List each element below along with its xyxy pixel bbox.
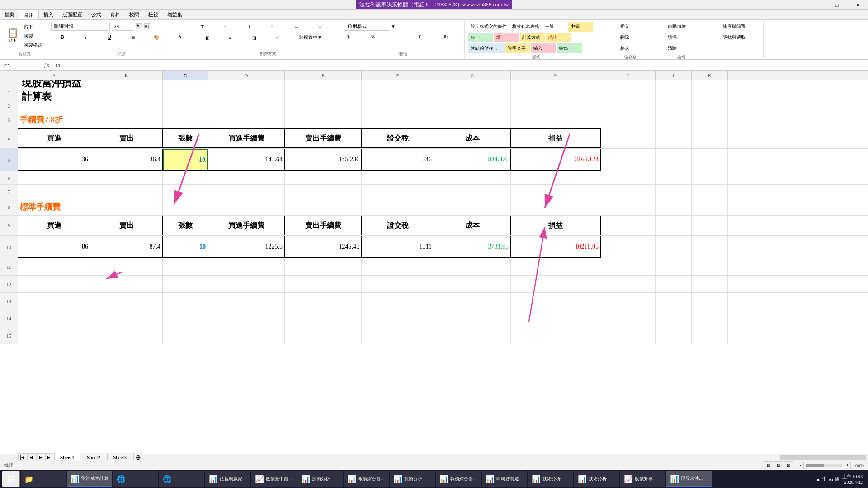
cell-c10[interactable]: 10 xyxy=(163,236,208,258)
cell-f3[interactable] xyxy=(362,111,434,128)
col-header-g[interactable]: G xyxy=(434,71,511,80)
cell-h11[interactable] xyxy=(511,258,601,275)
style-input-button[interactable]: 輸入 xyxy=(531,43,556,53)
cell-b9[interactable]: 賣出 xyxy=(90,216,163,235)
indent-increase-button[interactable]: → xyxy=(316,22,338,32)
cell-i8[interactable] xyxy=(601,198,656,215)
tab-view[interactable]: 檢視 xyxy=(144,10,163,19)
italic-button[interactable]: I xyxy=(75,32,97,42)
row-num-4[interactable]: 4 xyxy=(0,128,18,148)
taskbar-tech4[interactable]: 📊 技術分析 xyxy=(574,471,619,487)
cell-f1[interactable] xyxy=(362,80,434,100)
cell-g1[interactable] xyxy=(434,80,511,100)
cell-f2[interactable] xyxy=(362,100,434,111)
cell-e7[interactable] xyxy=(285,185,362,198)
cell-h9[interactable]: 損益 xyxy=(511,216,601,235)
linked-styles-button[interactable]: 連結的儲存... xyxy=(468,43,505,53)
cut-button[interactable]: 剪下 xyxy=(22,23,44,31)
cell-c8[interactable] xyxy=(163,198,208,215)
cell-i5[interactable] xyxy=(601,149,656,171)
cell-e12[interactable] xyxy=(285,276,362,292)
sheet-tab-1[interactable]: Sheet1 xyxy=(54,453,80,460)
cell-k8[interactable] xyxy=(692,198,728,215)
fill-button[interactable]: 填滿 xyxy=(665,33,697,42)
row-num-11[interactable]: 11 xyxy=(0,258,18,275)
cell-h1[interactable] xyxy=(511,80,601,100)
indent-decrease-button[interactable]: ← xyxy=(292,22,315,32)
style-calcmode-button[interactable]: 計算方式 xyxy=(520,33,545,42)
cell-g7[interactable] xyxy=(434,185,511,198)
cell-b1[interactable] xyxy=(90,80,163,100)
clear-button[interactable]: 清除 xyxy=(665,43,697,53)
cell-k9[interactable] xyxy=(692,216,728,235)
find-button[interactable]: 尋找與選取 xyxy=(721,33,752,42)
cell-f13[interactable] xyxy=(362,293,434,310)
cell-k6[interactable] xyxy=(692,171,728,184)
taskbar-daochong2[interactable]: 📊 現股當沖... xyxy=(666,471,712,487)
cell-a6[interactable] xyxy=(18,171,90,184)
cell-a11[interactable] xyxy=(18,258,90,275)
cell-g4[interactable]: 成本 xyxy=(434,128,511,148)
cell-k2[interactable] xyxy=(692,100,728,111)
cell-a10[interactable]: 86 xyxy=(18,236,90,258)
style-note-button[interactable]: 備註 xyxy=(546,33,571,42)
decimal-increase-button[interactable]: .0 xyxy=(415,32,438,42)
tab-data[interactable]: 資料 xyxy=(106,10,125,19)
col-header-j[interactable]: J xyxy=(656,71,692,80)
cell-g8[interactable] xyxy=(434,198,511,215)
formula-function-icon[interactable]: ƒx xyxy=(42,62,51,69)
col-header-f[interactable]: F xyxy=(362,71,434,80)
cell-g14[interactable] xyxy=(434,310,511,327)
cell-b5[interactable]: 36.4 xyxy=(90,149,163,171)
taskbar-tech2[interactable]: 📊 技術分析 xyxy=(390,471,435,487)
currency-button[interactable]: $ xyxy=(345,32,368,42)
cell-b7[interactable] xyxy=(90,185,163,198)
tab-formula[interactable]: 公式 xyxy=(87,10,106,19)
comma-button[interactable]: , xyxy=(392,32,415,42)
cell-j13[interactable] xyxy=(656,293,692,310)
cell-d6[interactable] xyxy=(208,171,285,184)
cell-c1[interactable] xyxy=(163,80,208,100)
row-num-5[interactable]: 5 xyxy=(0,149,18,171)
cell-c11[interactable] xyxy=(163,258,208,275)
cell-d13[interactable] xyxy=(208,293,285,310)
cell-j15[interactable] xyxy=(656,327,692,344)
col-header-k[interactable]: K xyxy=(692,71,728,80)
row-num-7[interactable]: 7 xyxy=(0,185,18,198)
cell-h6[interactable] xyxy=(511,171,601,184)
col-header-i[interactable]: I xyxy=(601,71,656,80)
insert-cells-button[interactable]: 插入 xyxy=(618,22,643,32)
cell-c12[interactable] xyxy=(163,276,208,292)
taskbar-file-explorer[interactable]: 📁 xyxy=(21,471,66,487)
cell-k15[interactable] xyxy=(692,327,728,344)
cell-d7[interactable] xyxy=(208,185,285,198)
cell-e9[interactable]: 賣出手續費 xyxy=(285,216,362,235)
cell-j9[interactable] xyxy=(656,216,692,235)
cell-k1[interactable] xyxy=(692,80,728,100)
cell-i6[interactable] xyxy=(601,171,656,184)
sheet-nav-prev[interactable]: ◀ xyxy=(27,453,35,460)
cell-i1[interactable] xyxy=(601,80,656,100)
cell-a3[interactable]: 手續費2.8折 xyxy=(18,111,90,128)
cell-k14[interactable] xyxy=(692,310,728,327)
cell-d15[interactable] xyxy=(208,327,285,344)
cell-i2[interactable] xyxy=(601,100,656,111)
cell-f11[interactable] xyxy=(362,258,434,275)
cell-e13[interactable] xyxy=(285,293,362,310)
taskbar-daochong[interactable]: 📊 當沖成本計算 xyxy=(67,471,112,487)
cell-h13[interactable] xyxy=(511,293,601,310)
cell-e4[interactable]: 賣出手續費 xyxy=(285,128,362,148)
cell-c14[interactable] xyxy=(163,310,208,327)
font-grow-button[interactable]: A↑ xyxy=(136,23,142,29)
cell-c5[interactable]: 10 xyxy=(163,149,208,171)
cell-g9[interactable]: 成本 xyxy=(434,216,511,235)
cell-a1[interactable]: 現股當沖損益計算表 xyxy=(18,80,90,100)
row-num-10[interactable]: 10 xyxy=(0,236,18,258)
cell-j5[interactable] xyxy=(656,149,692,171)
cell-b3[interactable] xyxy=(90,111,163,128)
cell-e15[interactable] xyxy=(285,327,362,344)
cell-h10[interactable]: 10218.05 xyxy=(511,236,601,258)
cell-e8[interactable] xyxy=(285,198,362,215)
cell-j11[interactable] xyxy=(656,258,692,275)
decimal-decrease-button[interactable]: .00 xyxy=(439,32,462,42)
